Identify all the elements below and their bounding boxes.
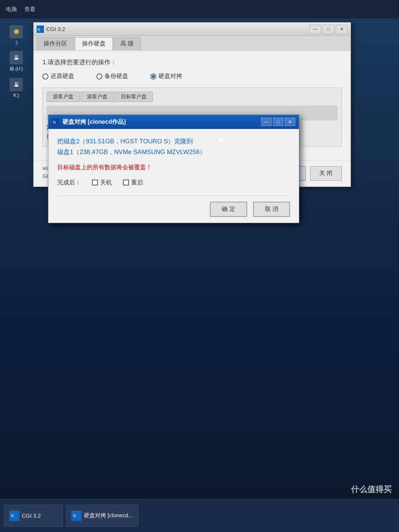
warning-text: 目标磁盘上的所有数据将会被覆盖！ (57, 164, 290, 171)
dialog-close-button[interactable]: ✕ (285, 118, 295, 126)
sidebar-label-u: 箱 (U:) (10, 66, 23, 72)
clone-dialog: N 硬盘对拷 [clonecd作品] — □ ✕ 把磁盘2（931.51GB，H… (48, 115, 299, 223)
confirm-button[interactable]: 确 定 (210, 202, 247, 217)
watermark: 什么值得买 (351, 484, 392, 495)
svg-text:N: N (11, 514, 14, 518)
sidebar-item-drive-u[interactable]: 💾 箱 (U:) (2, 48, 31, 75)
svg-text:N: N (53, 120, 56, 125)
taskbar-item-clone[interactable]: N 硬盘对拷 [clonecd... (66, 505, 139, 527)
radio-restore-circle (42, 74, 48, 79)
dialog-titlebar: N 硬盘对拷 [clonecd作品] — □ ✕ (48, 115, 299, 129)
tab-partition[interactable]: 操作分区 (37, 37, 74, 50)
restart-checkbox[interactable] (123, 180, 129, 185)
sidebar-item-smiley[interactable]: 😊 :) (2, 22, 31, 48)
shutdown-checkbox[interactable] (92, 180, 98, 185)
desktop: 电脑 查看 😊 :) 💾 箱 (U:) 💾 K:) N CGI 3.2 — □ … (0, 0, 399, 532)
restart-label: 重启 (131, 179, 143, 187)
svg-text:N: N (37, 27, 40, 32)
main-window-titlebar: N CGI 3.2 — □ ✕ (34, 23, 351, 36)
maximize-button[interactable]: □ (323, 25, 334, 34)
sidebar-label-k: K:) (13, 93, 19, 98)
dialog-footer-buttons: 确 定 取 消 (57, 202, 290, 217)
sidebar-item-drive-k[interactable]: 💾 K:) (2, 75, 31, 101)
radio-clone-circle (150, 74, 156, 79)
checkbox-shutdown[interactable]: 关机 (92, 179, 112, 187)
radio-restore-label: 还原硬盘 (51, 72, 74, 80)
clone-text-line1: 把磁盘2（931.51GB，HGST TOURO S）克隆到 (57, 136, 290, 147)
taskbar-cgi-icon: N (9, 511, 20, 521)
radio-group: 还原硬盘 备份硬盘 硬盘对拷 (42, 72, 342, 80)
main-window-icon: N (37, 25, 44, 33)
desktop-sidebar: 😊 :) 💾 箱 (U:) 💾 K:) (0, 18, 33, 105)
dialog-maximize-button[interactable]: □ (273, 118, 283, 126)
sub-panel-tabs: 源客户盘 源客户盘 目标客户盘 (47, 92, 338, 102)
clone-text: 把磁盘2（931.51GB，HGST TOURO S）克隆到 磁盘1（238.4… (57, 136, 290, 158)
top-bar-item-computer[interactable]: 电脑 (6, 6, 17, 13)
dialog-content: 把磁盘2（931.51GB，HGST TOURO S）克隆到 磁盘1（238.4… (48, 129, 299, 223)
radio-clone-label: 硬盘对拷 (158, 72, 182, 80)
minimize-button[interactable]: — (309, 25, 321, 34)
svg-text:N: N (73, 514, 76, 518)
radio-backup[interactable]: 备份硬盘 (96, 72, 128, 80)
dialog-controls: — □ ✕ (261, 118, 295, 126)
dialog-title: 硬盘对拷 [clonecd作品] (62, 118, 258, 126)
complete-label: 完成后： (57, 179, 81, 187)
close-button[interactable]: ✕ (336, 25, 348, 34)
cancel-button[interactable]: 取 消 (253, 202, 290, 217)
radio-backup-circle (96, 74, 102, 79)
main-window-title: CGI 3.2 (46, 26, 307, 32)
taskbar-clone-label: 硬盘对拷 [clonecd... (84, 512, 133, 519)
tab-harddisk[interactable]: 操作硬盘 (75, 37, 113, 50)
checkbox-restart[interactable]: 重启 (123, 179, 143, 187)
dialog-divider (57, 195, 290, 196)
smiley-icon: 😊 (10, 25, 23, 38)
watermark-text: 什么值得买 (351, 485, 392, 494)
clone-text-line2: 磁盘1（238.47GB，NVMe SAMSUNG MZVLW256） (57, 147, 290, 158)
tab-advanced[interactable]: 高 级 (113, 37, 141, 50)
drive-k-icon: 💾 (10, 78, 23, 91)
top-bar: 电脑 查看 (0, 0, 399, 18)
taskbar: N CGI 3.2 N 硬盘对拷 [clonecd... (0, 499, 399, 532)
taskbar-item-cgi[interactable]: N CGI 3.2 (4, 505, 63, 527)
main-close-button[interactable]: 关 闭 (310, 166, 342, 181)
taskbar-cgi-label: CGI 3.2 (22, 512, 41, 519)
drive-u-icon: 💾 (10, 51, 23, 64)
sub-tab-1[interactable]: 源客户盘 (81, 92, 114, 102)
sub-tab-0[interactable]: 源客户盘 (47, 92, 80, 102)
radio-restore[interactable]: 还原硬盘 (42, 72, 74, 80)
radio-backup-label: 备份硬盘 (105, 72, 128, 80)
shutdown-label: 关机 (100, 179, 112, 187)
main-window-tabs: 操作分区 操作硬盘 高 级 (34, 36, 351, 51)
sub-tab-2[interactable]: 目标客户盘 (115, 92, 153, 102)
taskbar-clone-icon: N (71, 511, 82, 521)
main-window-controls: — □ ✕ (309, 25, 348, 34)
dialog-icon: N (52, 118, 59, 126)
sidebar-label-smiley: :) (15, 40, 17, 45)
section1-title: 1.请选择您要进行的操作： (42, 58, 342, 66)
top-bar-item-view[interactable]: 查看 (24, 6, 35, 13)
dialog-options: 完成后： 关机 重启 (57, 179, 290, 187)
radio-clone[interactable]: 硬盘对拷 (150, 72, 182, 80)
dialog-minimize-button[interactable]: — (261, 118, 272, 126)
